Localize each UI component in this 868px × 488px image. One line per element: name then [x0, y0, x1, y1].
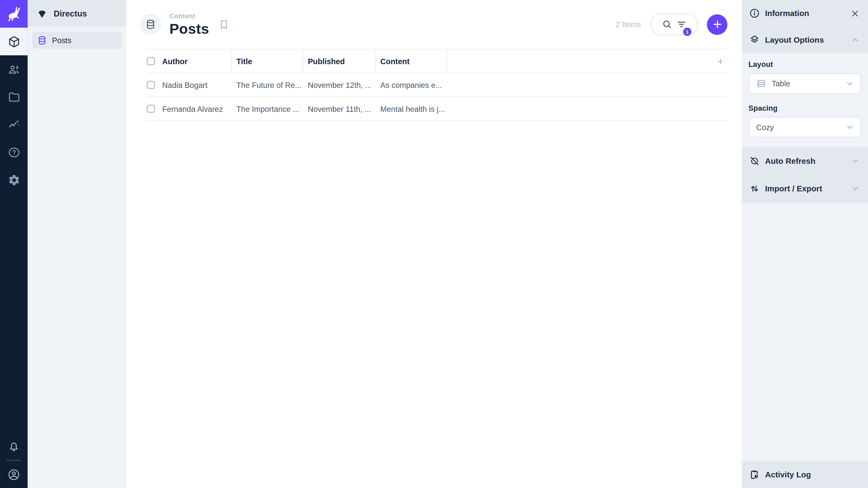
column-header-published[interactable]: Published — [303, 50, 376, 72]
notifications-button[interactable] — [0, 433, 28, 460]
title-block: Content Posts — [169, 13, 209, 36]
spacing-select[interactable]: Cozy — [748, 117, 862, 138]
breadcrumb[interactable]: Content — [169, 13, 209, 19]
module-bar-spacer — [0, 194, 28, 433]
database-icon — [145, 19, 156, 30]
layout-field-label: Layout — [748, 60, 862, 69]
table-header-row: Author Title Published Content — [147, 49, 727, 74]
spacing-select-value: Cozy — [756, 123, 845, 132]
bookmark-button[interactable] — [218, 19, 229, 30]
main-content: Content Posts 2 Items — [126, 0, 742, 488]
cell-title: The Importance ... — [232, 97, 303, 120]
people-icon — [7, 63, 20, 75]
collection-nav: Posts — [28, 27, 126, 54]
nav-item-posts[interactable]: Posts — [32, 32, 122, 49]
account-circle-icon — [7, 468, 21, 481]
row-checkbox[interactable] — [147, 81, 155, 89]
search-filter-pill: 1 — [651, 13, 698, 35]
layout-options-content: Layout Table Spacing Cozy — [742, 53, 868, 147]
column-header-content[interactable]: Content — [376, 50, 447, 72]
module-users[interactable] — [0, 55, 28, 83]
module-files[interactable] — [0, 83, 28, 110]
column-header-author[interactable]: Author — [162, 50, 232, 72]
filter-count-badge: 1 — [683, 28, 691, 36]
search-icon[interactable] — [662, 19, 673, 30]
nav-item-label: Posts — [52, 36, 71, 44]
page-title: Posts — [169, 22, 209, 36]
items-table: Author Title Published Content Nadia Bog… — [147, 49, 727, 121]
chevron-down-icon — [850, 184, 860, 194]
column-header-title[interactable]: Title — [232, 50, 303, 72]
gear-icon — [7, 173, 20, 186]
sidebar-section-label: Import / Export — [765, 184, 850, 193]
layers-icon — [749, 34, 760, 45]
chevron-down-icon — [845, 78, 855, 89]
sidebar-section-label: Layout Options — [765, 35, 850, 44]
account-button[interactable] — [0, 461, 28, 488]
collection-icon-button[interactable] — [140, 14, 161, 35]
row-select-cell — [147, 74, 162, 96]
select-all-checkbox[interactable] — [147, 57, 155, 65]
insights-icon — [7, 118, 20, 131]
page-header: Content Posts 2 Items — [126, 0, 742, 49]
sidebar-section-label: Auto Refresh — [765, 157, 850, 165]
box-icon — [7, 35, 20, 48]
sidebar-section-information[interactable]: Information — [742, 0, 868, 27]
sidebar-section-import-export[interactable]: Import / Export — [742, 175, 868, 202]
project-name: Directus — [54, 8, 87, 18]
add-item-button[interactable] — [707, 14, 727, 35]
layout-select[interactable]: Table — [748, 73, 862, 94]
layout-select-value: Table — [772, 79, 845, 88]
sync-disabled-icon — [749, 156, 760, 166]
project-switcher[interactable]: Directus — [28, 0, 126, 27]
sidebar-bottom-band: Activity Log — [742, 461, 868, 488]
cell-author: Nadia Bogart — [162, 74, 232, 96]
close-icon[interactable] — [850, 8, 860, 19]
item-count: 2 Items — [616, 20, 641, 29]
plus-icon — [715, 56, 726, 66]
directus-app: ? — [0, 0, 868, 488]
add-column-button[interactable] — [715, 56, 726, 66]
sidebar-section-label: Activity Log — [765, 470, 860, 479]
filter-button[interactable]: 1 — [676, 19, 687, 30]
row-select-cell — [147, 97, 162, 120]
spacing-field-label: Spacing — [748, 104, 862, 112]
table-row[interactable]: Fernanda Alvarez The Importance ... Nove… — [147, 97, 727, 121]
folder-icon — [7, 90, 20, 103]
help-icon: ? — [7, 146, 20, 158]
database-icon — [37, 35, 47, 45]
module-insights[interactable] — [0, 111, 28, 138]
info-icon — [749, 8, 760, 19]
row-checkbox[interactable] — [147, 105, 155, 113]
project-fan-icon — [37, 8, 48, 19]
svg-text:?: ? — [12, 149, 16, 156]
bookmark-icon — [218, 19, 229, 30]
table-row[interactable]: Nadia Bogart The Future of Re... Novembe… — [147, 74, 727, 97]
table-icon — [756, 78, 766, 89]
module-help[interactable]: ? — [0, 138, 28, 166]
sidebar-section-activity-log[interactable]: Activity Log — [742, 461, 868, 488]
sidebar-section-auto-refresh[interactable]: Auto Refresh — [742, 147, 868, 175]
sidebar-middle-band: Auto Refresh Import / Export — [742, 147, 868, 202]
cell-published: November 12th, ... — [303, 74, 376, 96]
plus-icon — [711, 18, 723, 31]
right-sidebar: Information Layout Options — [742, 0, 868, 488]
select-all-cell — [147, 50, 162, 72]
cell-title: The Future of Re... — [232, 74, 303, 96]
module-bar: ? — [0, 0, 28, 488]
nav-sidebar: Directus Posts — [28, 0, 126, 488]
clipboard-clock-icon — [749, 469, 760, 480]
bell-icon — [8, 440, 20, 452]
sidebar-section-label: Information — [765, 9, 850, 18]
cell-author: Fernanda Alvarez — [162, 97, 232, 120]
import-export-icon — [749, 183, 760, 194]
sidebar-section-layout-options[interactable]: Layout Options — [742, 27, 868, 53]
directus-logo[interactable] — [0, 0, 28, 28]
module-settings[interactable] — [0, 166, 28, 194]
cell-published: November 11th, ... — [303, 97, 376, 120]
module-content[interactable] — [0, 28, 28, 55]
cell-content: As companies e... — [376, 74, 447, 96]
chevron-down-icon — [845, 122, 855, 132]
chevron-down-icon — [850, 156, 860, 166]
sidebar-top-band: Information Layout Options — [742, 0, 868, 53]
